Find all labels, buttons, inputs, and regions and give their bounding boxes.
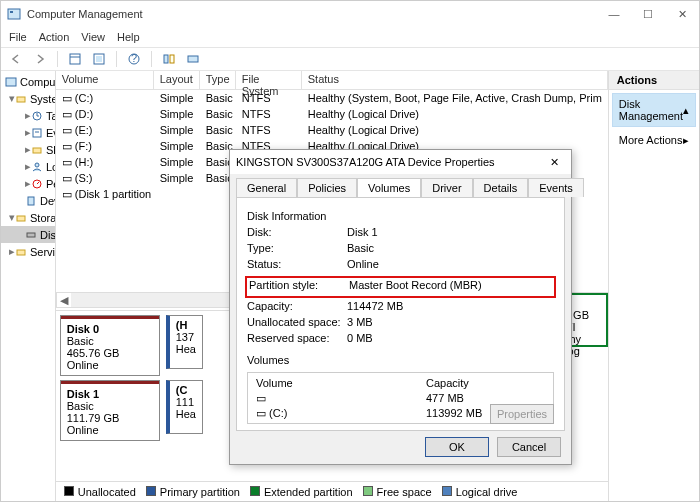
col-status[interactable]: Status	[302, 71, 608, 89]
app-icon	[7, 7, 21, 21]
actions-pane: Actions Disk Management▴ More Actions▸	[608, 71, 699, 501]
ok-button[interactable]: OK	[425, 437, 489, 457]
caret-right-icon: ▸	[683, 134, 689, 147]
tab-general[interactable]: General	[236, 178, 297, 197]
tree-device-manager[interactable]: Device Manager	[1, 192, 55, 209]
disk-info-label: Disk Information	[247, 210, 554, 222]
disk0-partition[interactable]: (H 137 Hea	[166, 315, 203, 369]
actions-disk-management[interactable]: Disk Management▴	[612, 93, 696, 127]
menu-bar: File Action View Help	[1, 27, 699, 47]
svg-point-19	[35, 163, 39, 167]
col-layout[interactable]: Layout	[154, 71, 200, 89]
volume-row[interactable]: ▭ (D:)SimpleBasicNTFSHealthy (Logical Dr…	[56, 106, 608, 122]
svg-rect-8	[164, 55, 168, 63]
actions-header: Actions	[609, 71, 699, 90]
svg-rect-11	[6, 78, 16, 86]
disk1-partition[interactable]: (C 111 Hea	[166, 380, 203, 434]
refresh-icon[interactable]	[90, 50, 108, 68]
maximize-button[interactable]: ☐	[631, 3, 665, 25]
col-volume[interactable]: Volume	[56, 71, 154, 89]
tree-event-viewer[interactable]: ▸Event Viewer	[1, 124, 55, 141]
volume-row[interactable]: ▭ (E:)SimpleBasicNTFSHealthy (Logical Dr…	[56, 122, 608, 138]
svg-rect-9	[170, 55, 174, 63]
disk0-label[interactable]: Disk 0 Basic 465.76 GB Online	[60, 315, 160, 376]
svg-text:?: ?	[131, 53, 137, 64]
volumes-label: Volumes	[247, 354, 554, 366]
svg-rect-10	[188, 56, 198, 62]
tab-details[interactable]: Details	[473, 178, 529, 197]
svg-rect-24	[27, 233, 35, 237]
svg-rect-18	[33, 148, 41, 153]
caret-up-icon: ▴	[683, 104, 689, 117]
window-title: Computer Management	[27, 8, 597, 20]
tab-policies[interactable]: Policies	[297, 178, 357, 197]
menu-file[interactable]: File	[9, 31, 27, 43]
tree-task-scheduler[interactable]: ▸Task Scheduler	[1, 107, 55, 124]
partition-style-highlight: Partition style:Master Boot Record (MBR)	[245, 276, 556, 298]
toolbar: ?	[1, 47, 699, 71]
dialog-close-icon[interactable]: ✕	[543, 156, 565, 169]
menu-help[interactable]: Help	[117, 31, 140, 43]
menu-action[interactable]: Action	[39, 31, 70, 43]
tool-icon-1[interactable]	[160, 50, 178, 68]
volume-columns: Volume Layout Type File System Status	[56, 71, 608, 90]
disk1-label[interactable]: Disk 1 Basic 111.79 GB Online	[60, 380, 160, 441]
svg-rect-22	[28, 197, 34, 205]
scroll-left-icon[interactable]: ◀	[57, 294, 71, 307]
legend: Unallocated Primary partition Extended p…	[56, 481, 608, 501]
col-type[interactable]: Type	[200, 71, 236, 89]
svg-rect-12	[17, 97, 25, 102]
tab-events[interactable]: Events	[528, 178, 584, 197]
tree-pane: Computer Management (Local) ▾System Tool…	[1, 71, 56, 501]
svg-rect-5	[96, 56, 102, 62]
tree-performance[interactable]: ▸Performance	[1, 175, 55, 192]
tab-driver[interactable]: Driver	[421, 178, 472, 197]
col-filesystem[interactable]: File System	[236, 71, 302, 89]
tree-root[interactable]: Computer Management (Local)	[1, 73, 55, 90]
volume-row[interactable]: ▭ (C:)SimpleBasicNTFSHealthy (System, Bo…	[56, 90, 608, 106]
forward-icon[interactable]	[31, 50, 49, 68]
tree-system-tools[interactable]: ▾System Tools	[1, 90, 55, 107]
svg-rect-0	[8, 9, 20, 19]
svg-rect-16	[33, 129, 41, 137]
help-icon[interactable]: ?	[125, 50, 143, 68]
tab-volumes[interactable]: Volumes	[357, 178, 421, 197]
tree-local-users[interactable]: ▸Local Users and Groups	[1, 158, 55, 175]
properties-button: Properties	[490, 404, 554, 424]
svg-rect-25	[17, 250, 25, 255]
tool-icon-2[interactable]	[184, 50, 202, 68]
tree-disk-management[interactable]: Disk Management	[1, 226, 55, 243]
tree-shared-folders[interactable]: ▸Shared Folders	[1, 141, 55, 158]
svg-rect-23	[17, 216, 25, 221]
properties-dialog: KINGSTON SV300S37A120G ATA Device Proper…	[229, 149, 572, 465]
close-button[interactable]: ✕	[665, 3, 699, 25]
tree-storage[interactable]: ▾Storage	[1, 209, 55, 226]
dialog-title: KINGSTON SV300S37A120G ATA Device Proper…	[236, 156, 543, 168]
tree-services[interactable]: ▸Services and Applications	[1, 243, 55, 260]
actions-more[interactable]: More Actions▸	[609, 130, 699, 150]
back-icon[interactable]	[7, 50, 25, 68]
svg-rect-2	[70, 54, 80, 64]
minimize-button[interactable]: —	[597, 3, 631, 25]
cancel-button[interactable]: Cancel	[497, 437, 561, 457]
menu-view[interactable]: View	[81, 31, 105, 43]
view-icon[interactable]	[66, 50, 84, 68]
svg-rect-1	[10, 11, 13, 13]
tree-root-label: Computer Management (Local)	[20, 76, 56, 88]
